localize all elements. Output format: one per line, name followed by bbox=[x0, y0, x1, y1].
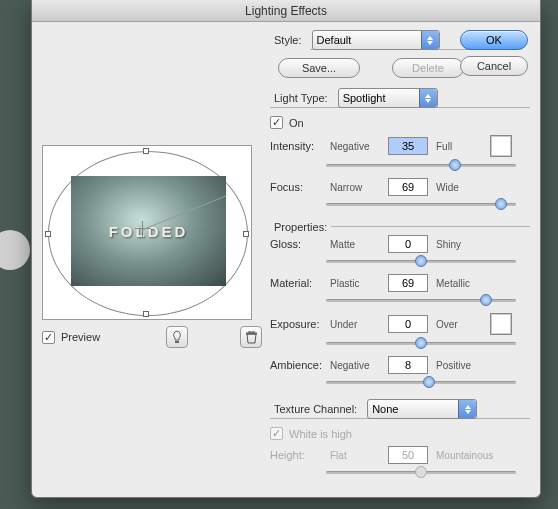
intensity-label: Intensity: bbox=[270, 140, 326, 152]
intensity-slider[interactable] bbox=[326, 158, 516, 172]
exposure-max: Over bbox=[436, 319, 486, 330]
style-dropdown[interactable]: Default bbox=[312, 30, 440, 50]
preview-label: Preview bbox=[61, 331, 100, 343]
properties-label: Properties: bbox=[270, 221, 331, 233]
style-label: Style: bbox=[270, 34, 306, 46]
on-label: On bbox=[289, 117, 304, 129]
texture-channel-label: Texture Channel: bbox=[270, 403, 361, 415]
preview-frame[interactable]: FOLDED bbox=[42, 145, 252, 320]
cancel-button[interactable]: Cancel bbox=[460, 56, 528, 76]
material-label: Material: bbox=[270, 277, 326, 289]
intensity-input[interactable]: 35 bbox=[388, 137, 428, 155]
gloss-min: Matte bbox=[330, 239, 384, 250]
on-checkbox[interactable] bbox=[270, 116, 283, 129]
height-slider bbox=[326, 465, 516, 479]
material-input[interactable]: 69 bbox=[388, 274, 428, 292]
focus-max: Wide bbox=[436, 182, 486, 193]
white-high-label: White is high bbox=[289, 428, 352, 440]
texture-channel-value: None bbox=[372, 403, 398, 415]
ambience-label: Ambience: bbox=[270, 359, 326, 371]
focus-slider[interactable] bbox=[326, 197, 516, 211]
chevron-updown-icon bbox=[419, 89, 437, 107]
light-type-label: Light Type: bbox=[270, 92, 332, 104]
intensity-max: Full bbox=[436, 141, 486, 152]
exposure-label: Exposure: bbox=[270, 318, 326, 330]
save-button[interactable]: Save... bbox=[278, 58, 360, 78]
material-max: Metallic bbox=[436, 278, 486, 289]
height-min: Flat bbox=[330, 450, 384, 461]
light-type-value: Spotlight bbox=[343, 92, 386, 104]
ambience-min: Negative bbox=[330, 360, 384, 371]
height-label: Height: bbox=[270, 449, 326, 461]
trash-icon[interactable] bbox=[240, 326, 262, 348]
intensity-min: Negative bbox=[330, 141, 384, 152]
material-slider[interactable] bbox=[326, 293, 516, 307]
light-color-swatch[interactable] bbox=[490, 135, 512, 157]
ambience-max: Positive bbox=[436, 360, 486, 371]
lighting-effects-dialog: Lighting Effects OK Cancel FOLDED Previe… bbox=[31, 0, 541, 498]
gloss-input[interactable]: 0 bbox=[388, 235, 428, 253]
light-type-dropdown[interactable]: Spotlight bbox=[338, 88, 438, 108]
exposure-min: Under bbox=[330, 319, 384, 330]
focus-input[interactable]: 69 bbox=[388, 178, 428, 196]
height-input: 50 bbox=[388, 446, 428, 464]
ambient-color-swatch[interactable] bbox=[490, 313, 512, 335]
focus-label: Focus: bbox=[270, 181, 326, 193]
white-high-checkbox bbox=[270, 427, 283, 440]
exposure-input[interactable]: 0 bbox=[388, 315, 428, 333]
dialog-title: Lighting Effects bbox=[32, 0, 540, 22]
focus-min: Narrow bbox=[330, 182, 384, 193]
preview-image: FOLDED bbox=[71, 176, 226, 286]
chevron-updown-icon bbox=[458, 400, 476, 418]
material-min: Plastic bbox=[330, 278, 384, 289]
style-value: Default bbox=[317, 34, 352, 46]
height-max: Mountainous bbox=[436, 450, 514, 461]
gloss-label: Gloss: bbox=[270, 238, 326, 250]
delete-button: Delete bbox=[392, 58, 464, 78]
chevron-updown-icon bbox=[421, 31, 439, 49]
texture-channel-dropdown[interactable]: None bbox=[367, 399, 477, 419]
ok-button[interactable]: OK bbox=[460, 30, 528, 50]
ambience-input[interactable]: 8 bbox=[388, 356, 428, 374]
preview-checkbox[interactable] bbox=[42, 331, 55, 344]
gloss-max: Shiny bbox=[436, 239, 486, 250]
ambience-slider[interactable] bbox=[326, 375, 516, 389]
svg-rect-0 bbox=[175, 341, 179, 343]
lightbulb-icon[interactable] bbox=[166, 326, 188, 348]
gloss-slider[interactable] bbox=[326, 254, 516, 268]
exposure-slider[interactable] bbox=[326, 336, 516, 350]
